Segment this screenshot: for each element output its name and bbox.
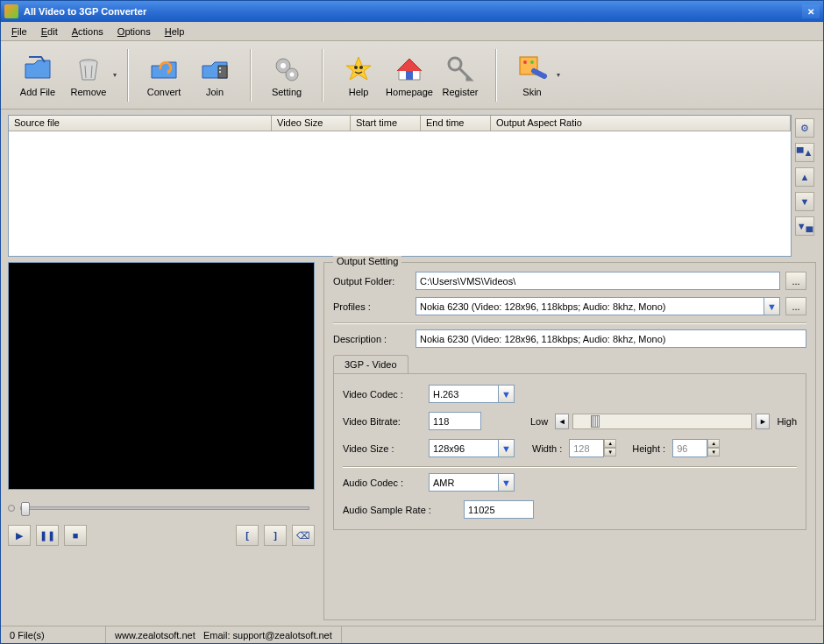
browse-folder-button[interactable]: ... xyxy=(785,272,806,290)
col-start[interactable]: Start time xyxy=(351,116,421,131)
homepage-button[interactable]: Homepage xyxy=(385,47,434,103)
status-file-count: 0 File(s) xyxy=(1,626,106,643)
move-top-button[interactable]: ▀▲ xyxy=(795,143,814,162)
stop-button[interactable]: ■ xyxy=(64,525,87,546)
height-down[interactable]: ▼ xyxy=(707,448,720,456)
chevron-down-icon: ▼ xyxy=(501,443,511,454)
move-bottom-icon: ▼▄ xyxy=(797,221,813,231)
move-bottom-button[interactable]: ▼▄ xyxy=(795,216,814,236)
video-codec-combo[interactable] xyxy=(429,385,499,403)
menu-help[interactable]: Help xyxy=(158,25,192,39)
setting-button[interactable]: Setting xyxy=(262,47,311,103)
height-input[interactable] xyxy=(672,439,707,457)
file-list[interactable]: Source file Video Size Start time End ti… xyxy=(8,115,792,257)
output-folder-input[interactable] xyxy=(416,272,780,290)
skin-button[interactable]: Skin xyxy=(508,47,557,103)
col-aspect[interactable]: Output Aspect Ratio xyxy=(491,116,791,131)
video-size-combo[interactable] xyxy=(429,439,499,457)
col-vsize[interactable]: Video Size xyxy=(272,116,351,131)
audio-sample-input[interactable] xyxy=(464,500,534,519)
bitrate-inc-button[interactable]: ► xyxy=(756,414,770,429)
move-down-icon: ▼ xyxy=(800,196,810,207)
folder-add-icon xyxy=(22,53,53,85)
help-button[interactable]: Help xyxy=(334,47,383,103)
height-label: Height : xyxy=(632,443,665,454)
tab-3gp-video[interactable]: 3GP - Video xyxy=(333,355,408,373)
titlebar: All Video to 3GP Converter ✕ xyxy=(1,1,823,22)
clear-marks-button[interactable]: ⌫ xyxy=(292,525,315,546)
star-help-icon xyxy=(343,53,374,85)
eraser-icon: ⌫ xyxy=(296,530,310,541)
skin-icon xyxy=(516,53,548,85)
output-folder-label: Output Folder: xyxy=(333,276,410,287)
svg-point-4 xyxy=(219,67,221,69)
move-up-button[interactable]: ▲ xyxy=(795,167,814,187)
convert-icon xyxy=(148,53,180,85)
bitrate-dec-button[interactable]: ◄ xyxy=(555,414,569,429)
bitrate-thumb[interactable] xyxy=(591,415,600,428)
output-setting-group: Output Setting Output Folder: ... Profil… xyxy=(323,262,816,620)
description-input[interactable] xyxy=(416,329,806,348)
seek-slider[interactable] xyxy=(20,506,309,510)
video-size-dropdown[interactable]: ▼ xyxy=(499,439,515,457)
col-source[interactable]: Source file xyxy=(9,116,272,131)
seek-thumb[interactable] xyxy=(21,502,30,516)
menu-edit[interactable]: Edit xyxy=(34,25,65,39)
audio-codec-combo[interactable] xyxy=(429,473,499,492)
output-legend: Output Setting xyxy=(333,256,401,266)
list-options-button[interactable]: ⚙ xyxy=(795,118,814,138)
mark-out-button[interactable]: ] xyxy=(264,525,287,546)
mark-in-button[interactable]: [ xyxy=(236,525,259,546)
join-icon xyxy=(199,53,231,85)
col-end[interactable]: End time xyxy=(421,116,491,131)
remove-dropdown-icon[interactable]: ▾ xyxy=(113,71,117,79)
bracket-right-icon: ] xyxy=(273,530,277,541)
add-file-button[interactable]: Add File xyxy=(13,47,62,103)
menubar: File Edit Actions Options Help xyxy=(1,22,823,41)
profiles-dropdown-button[interactable]: ▼ xyxy=(764,297,780,315)
video-codec-dropdown[interactable]: ▼ xyxy=(499,385,515,403)
svg-point-16 xyxy=(530,60,534,64)
profiles-combo[interactable] xyxy=(416,297,764,315)
skin-dropdown-icon[interactable]: ▾ xyxy=(557,71,560,79)
menu-actions[interactable]: Actions xyxy=(65,25,110,39)
svg-point-9 xyxy=(290,72,295,76)
key-icon xyxy=(444,53,476,85)
statusbar: 0 File(s) www.zealotsoft.net Email: supp… xyxy=(1,626,823,643)
register-button[interactable]: Register xyxy=(436,47,485,103)
menu-options[interactable]: Options xyxy=(110,25,158,39)
svg-rect-12 xyxy=(406,71,413,80)
video-preview xyxy=(8,262,315,490)
bracket-left-icon: [ xyxy=(245,530,249,541)
move-top-icon: ▀▲ xyxy=(797,147,813,158)
svg-point-11 xyxy=(359,66,363,69)
width-input[interactable] xyxy=(569,439,604,457)
profiles-label: Profiles : xyxy=(333,301,410,312)
svg-point-5 xyxy=(219,71,221,73)
pause-button[interactable]: ❚❚ xyxy=(36,525,59,546)
close-button[interactable]: ✕ xyxy=(802,4,820,18)
audio-sample-label: Audio Sample Rate : xyxy=(343,505,457,515)
home-icon xyxy=(394,53,425,85)
join-button[interactable]: Join xyxy=(190,47,239,103)
seek-start-icon xyxy=(8,505,15,512)
width-up[interactable]: ▲ xyxy=(604,439,616,448)
audio-codec-dropdown[interactable]: ▼ xyxy=(499,473,515,492)
move-up-icon: ▲ xyxy=(800,172,810,182)
width-down[interactable]: ▼ xyxy=(604,448,616,456)
height-up[interactable]: ▲ xyxy=(707,439,720,448)
move-down-button[interactable]: ▼ xyxy=(795,192,814,211)
profiles-browse-button[interactable]: ... xyxy=(785,297,806,315)
list-body[interactable] xyxy=(9,131,791,256)
pause-icon: ❚❚ xyxy=(39,530,55,541)
bitrate-slider[interactable] xyxy=(572,414,752,429)
chevron-down-icon: ▼ xyxy=(501,478,511,488)
remove-button[interactable]: Remove xyxy=(64,47,113,103)
convert-button[interactable]: Convert xyxy=(139,47,188,103)
list-header: Source file Video Size Start time End ti… xyxy=(9,116,791,131)
video-bitrate-input[interactable] xyxy=(429,412,481,430)
stop-icon: ■ xyxy=(73,530,79,541)
play-button[interactable]: ▶ xyxy=(8,525,31,546)
menu-file[interactable]: File xyxy=(4,25,34,39)
video-size-label: Video Size : xyxy=(343,443,422,454)
